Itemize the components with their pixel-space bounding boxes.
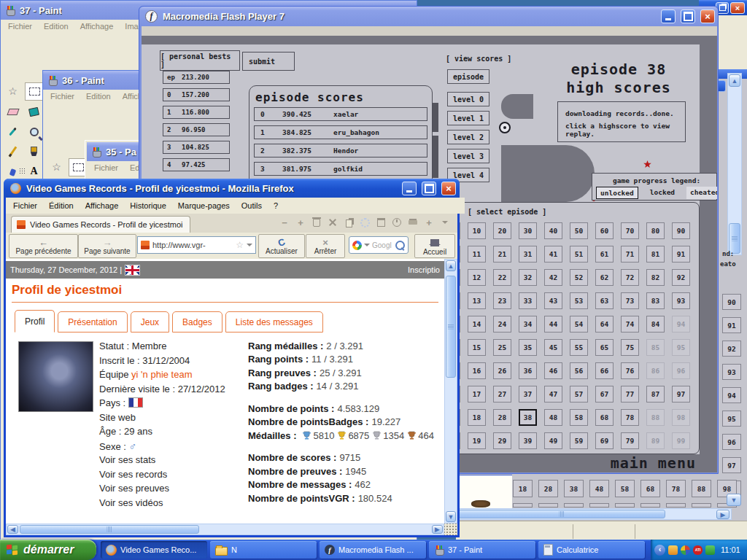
tab-badges[interactable]: Badges [172,311,222,332]
episode-cell-65[interactable]: 65 [595,339,614,356]
episode-cell-88[interactable]: 88 [646,409,665,426]
display-settings-icon[interactable] [681,545,690,555]
episode-cell-69[interactable]: 69 [595,432,614,449]
cut-icon[interactable] [326,217,339,228]
text-tool[interactable] [25,163,43,179]
episode-cell-30[interactable]: 30 [519,222,537,239]
bg-episode-cell-48[interactable]: 48 [589,480,609,497]
freeform-select-tool[interactable] [4,82,22,99]
rect-select-tool[interactable] [25,82,44,101]
tab-profil[interactable]: Profil [15,310,55,332]
team-link[interactable]: yi 'n phie team [131,369,192,380]
bg-episode-cell-58[interactable]: 58 [615,480,635,497]
browser-tab[interactable]: Video Games Records - Profil de yicestmo… [11,216,190,233]
episode-cell-73[interactable]: 73 [621,292,639,309]
minimize-button[interactable] [661,9,676,23]
episode-cell-25[interactable]: 25 [493,339,511,356]
episode-cell-80[interactable]: 80 [646,222,665,239]
link-voir-ses-stats[interactable]: Voir ses stats [99,454,225,469]
view-button-episode[interactable]: episode [447,69,489,84]
episode-cell-37[interactable]: 37 [519,386,537,402]
episode-cell-93[interactable]: 93 [672,292,690,309]
episode-cell-39[interactable]: 39 [519,432,537,449]
episode-cell-43[interactable]: 43 [544,292,562,309]
url-dropdown-icon[interactable] [247,244,252,249]
episode-cell-90[interactable]: 90 [672,222,690,239]
scroll-right-button[interactable]: ▶ [432,525,443,534]
stop-button[interactable]: × Arrêter [306,234,345,258]
plus-icon[interactable] [294,217,307,228]
episode-cell-11[interactable]: 11 [468,246,486,262]
main-menu-button[interactable]: main menu [587,454,696,472]
episode-cell-86[interactable]: 86 [646,362,665,379]
episode-cell-50[interactable]: 50 [570,222,588,239]
bg-episode-cell-28[interactable]: 28 [538,480,558,497]
episode-cell-75[interactable]: 75 [621,339,639,356]
episode-cell-56[interactable]: 56 [570,362,588,379]
episode-cell-51[interactable]: 51 [570,246,588,262]
episode-cell-87[interactable]: 87 [646,386,665,402]
close-button[interactable]: × [441,182,456,195]
episode-cell-58[interactable]: 58 [570,409,588,426]
fill-tool[interactable] [25,104,43,120]
search-engine-dropdown-icon[interactable] [364,244,370,249]
episode-cell-52[interactable]: 52 [570,269,588,286]
menu-item-edition[interactable]: Edition [86,92,111,101]
pencil-tool[interactable] [4,143,22,160]
episode-cell-76[interactable]: 76 [621,362,639,379]
episode-cell-95[interactable]: 95 [672,339,690,356]
minimize-button[interactable] [402,182,417,195]
titlebar-flash[interactable]: Macromedia Flash Player 7 × [139,7,718,26]
url-field[interactable]: http://www.vgr- ☆ [137,236,256,254]
menu-item-outils[interactable]: Outils [241,201,262,210]
episode-cell-64[interactable]: 64 [595,316,614,332]
episode-cell-81[interactable]: 81 [646,246,665,262]
taskbar-button-firefox[interactable]: Video Games Reco... [101,541,207,559]
menu-item-fichier[interactable]: Fichier [13,201,37,210]
view-button-level-1[interactable]: level 1 [447,111,489,125]
episode-cell-28[interactable]: 28 [493,409,511,426]
menu-item-fichier[interactable]: Fichier [8,22,32,31]
titlebar-firefox[interactable]: Video Games Records - Profil de yicestmo… [4,179,460,198]
episode-cell-66[interactable]: 66 [595,362,614,379]
episode-cell-91[interactable]: 91 [672,246,690,262]
brush-tool[interactable] [25,143,43,160]
episode-cell-98[interactable]: 98 [672,409,690,426]
episode-cell-68[interactable]: 68 [595,409,614,426]
menu-item-edition[interactable]: Edition [44,22,69,31]
taskbar-button-folder[interactable]: N [210,541,317,559]
inscription-link[interactable]: Inscriptio [408,265,440,274]
episode-cell-82[interactable]: 82 [646,269,665,286]
episode-cell-21[interactable]: 21 [493,246,511,262]
episode-cell-46[interactable]: 46 [544,362,562,379]
episode-cell-92[interactable]: 92 [672,269,690,286]
ati-graphics-icon[interactable] [693,545,703,555]
menu-item-fichier[interactable]: Fichier [50,92,74,101]
add-icon[interactable] [422,217,436,228]
episode-cell-70[interactable]: 70 [621,222,639,239]
scrollbar-thumb[interactable] [458,510,665,518]
episode-cell-32[interactable]: 32 [519,269,537,286]
episode-cell-17[interactable]: 17 [468,386,486,402]
episode-cell-42[interactable]: 42 [544,269,562,286]
home-button[interactable]: Accueil [414,234,455,258]
menu-item-marquepages[interactable]: Marque-pages [178,201,230,210]
tab-présentation[interactable]: Présentation [58,311,127,332]
episode-cell-31[interactable]: 31 [519,246,537,262]
menu-item-affichage[interactable]: Affichage [85,201,119,210]
flash-menu-strip[interactable] [142,26,717,36]
scroll-left-button[interactable]: ◀ [7,525,18,534]
episode-cell-61[interactable]: 61 [595,246,614,262]
episode-cell-36[interactable]: 36 [519,362,537,379]
tab-liste-des-messages[interactable]: Liste des messages [225,311,323,332]
episode-cell-79[interactable]: 79 [621,432,639,449]
episode-cell-59[interactable]: 59 [570,432,588,449]
episode-cell-27[interactable]: 27 [493,386,511,402]
episode-cell-72[interactable]: 72 [621,269,639,286]
bg-episode-cell-18[interactable]: 18 [513,480,533,497]
bookmark-star-icon[interactable]: ☆ [236,240,244,250]
menu-item-affichage[interactable]: Affichage [80,22,114,31]
tab-jeux[interactable]: Jeux [131,311,169,332]
episode-cell-19[interactable]: 19 [468,432,486,449]
episode-cell-40[interactable]: 40 [544,222,562,239]
